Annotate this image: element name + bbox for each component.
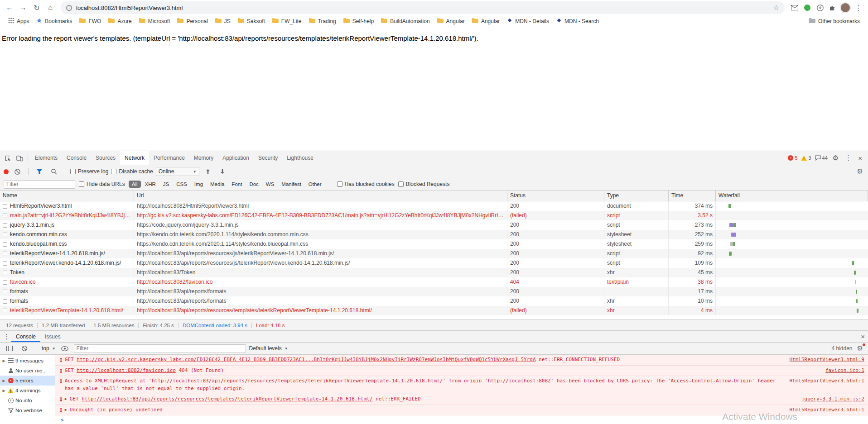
log-levels-select[interactable]: Default levels ▼: [249, 345, 288, 352]
profile-avatar[interactable]: [840, 2, 851, 13]
device-toolbar-icon[interactable]: [14, 152, 25, 164]
bookmark-item-buildautomation[interactable]: BuildAutomation: [377, 17, 433, 26]
checkbox[interactable]: [398, 181, 404, 187]
other-bookmarks-button[interactable]: Other bookmarks: [805, 17, 863, 26]
bookmark-item-trading[interactable]: Trading: [305, 17, 340, 26]
bookmark-item-apps[interactable]: Apps: [5, 16, 33, 26]
console-filter-5-errors[interactable]: ▶×5 errors: [0, 376, 55, 386]
tab-network[interactable]: Network: [120, 151, 149, 165]
bookmark-item-microsoft[interactable]: Microsoft: [135, 17, 174, 26]
source-link[interactable]: Html5ReportViewer3.html:9: [789, 356, 864, 364]
checkbox[interactable]: [79, 181, 84, 187]
bookmark-star-icon[interactable]: ☆: [773, 4, 779, 12]
drawer-tab-console[interactable]: Console: [11, 331, 40, 342]
reload-button[interactable]: ↻: [31, 2, 43, 14]
console-prompt[interactable]: >: [55, 415, 868, 423]
filter-pill-js[interactable]: JS: [160, 181, 172, 188]
message-url-link[interactable]: http://localhost:83/api/reports/resource…: [152, 378, 443, 384]
tab-sources[interactable]: Sources: [91, 151, 120, 165]
network-request-row[interactable]: kendo.blueopal.min.csshttps://kendo.cdn.…: [0, 239, 868, 249]
bookmark-item-js[interactable]: JS: [212, 17, 234, 26]
browser-menu-icon[interactable]: ⋮: [853, 2, 864, 14]
bookmark-item-azure[interactable]: Azure: [105, 17, 135, 26]
home-button[interactable]: ⌂: [44, 2, 56, 14]
drawer-tab-issues[interactable]: Issues: [40, 331, 65, 342]
clear-console-icon[interactable]: [19, 343, 30, 354]
console-filter-no-user-me[interactable]: No user me...: [0, 366, 55, 376]
tab-application[interactable]: Application: [218, 151, 254, 165]
export-har-icon[interactable]: [217, 166, 228, 177]
message-url-link[interactable]: http://localhost:8082/favicon.ico: [77, 367, 176, 373]
checkbox[interactable]: [111, 169, 116, 174]
console-error-message[interactable]: ×GET http://localhost:8082/favicon.ico 4…: [55, 366, 868, 376]
throttling-select[interactable]: Online ▼: [156, 167, 199, 176]
bookmark-item-angular[interactable]: Angular: [434, 17, 468, 26]
console-filter-9-messages[interactable]: ▶9 messages: [0, 356, 55, 366]
column-header-type[interactable]: Type: [604, 191, 669, 201]
filter-pill-doc[interactable]: Doc: [246, 181, 261, 188]
network-request-row[interactable]: Tokenhttp://localhost:83/Token200xhr45 m…: [0, 268, 868, 277]
console-error-badge[interactable]: × 5: [788, 155, 797, 161]
column-header-url[interactable]: Url: [134, 191, 507, 201]
source-link[interactable]: Html5ReportViewer3.html:1: [789, 406, 864, 414]
expand-caret-icon[interactable]: ▶: [65, 408, 67, 412]
filter-pill-media[interactable]: Media: [207, 181, 227, 188]
expand-caret-icon[interactable]: ▶: [65, 397, 67, 401]
filter-pill-ws[interactable]: WS: [263, 181, 278, 188]
network-request-row[interactable]: telerikReportViewer-14.1.20.618.min.js/h…: [0, 249, 868, 258]
filter-pill-xhr[interactable]: XHR: [142, 181, 159, 188]
source-link[interactable]: jquery-3.3.1.min.js:2: [801, 395, 864, 403]
preserve-log-checkbox[interactable]: Preserve log: [70, 168, 108, 175]
filter-pill-manifest[interactable]: Manifest: [278, 181, 304, 188]
console-warning-badge[interactable]: 3: [801, 155, 811, 161]
page-info-icon[interactable]: [66, 5, 72, 11]
drawer-menu-icon[interactable]: ⋮: [2, 333, 11, 341]
source-link[interactable]: favicon.ico:1: [825, 367, 864, 375]
network-filter-input[interactable]: [4, 180, 75, 189]
drawer-close-icon[interactable]: ×: [859, 333, 866, 340]
network-request-row[interactable]: jquery-3.3.1.min.jshttps://code.jquery.c…: [0, 220, 868, 230]
filter-pill-img[interactable]: Img: [191, 181, 206, 188]
bookmark-item-fwo[interactable]: FWO: [76, 17, 105, 26]
message-url-link[interactable]: http://localhost:8082: [488, 378, 551, 384]
message-url-link[interactable]: http://gc.kis.v2.scr.kaspersky-labs.com/…: [77, 357, 535, 362]
bookmark-item-personal[interactable]: Personal: [174, 17, 211, 26]
bookmark-item-mdn-search[interactable]: MDN - Search: [553, 16, 603, 26]
address-bar[interactable]: localhost:8082/Html5ReportViewer3.html ☆: [61, 1, 785, 14]
network-request-row[interactable]: favicon.icohttp://localhost:8082/favicon…: [0, 277, 868, 287]
console-filter-4-warnings[interactable]: ▶4 warnings: [0, 386, 55, 395]
extension-antivirus-icon[interactable]: [802, 2, 813, 13]
network-request-row[interactable]: Html5ReportViewer3.htmlhttp://localhost:…: [0, 201, 868, 211]
hide-data-urls-checkbox[interactable]: Hide data URLs: [79, 181, 125, 187]
column-header-name[interactable]: Name: [0, 191, 134, 201]
console-error-message[interactable]: ×GET http://gc.kis.v2.scr.kaspersky-labs…: [55, 355, 868, 366]
live-expression-eye-icon[interactable]: [59, 343, 71, 354]
blocked-requests-checkbox[interactable]: Blocked Requests: [398, 181, 450, 187]
network-request-row[interactable]: formatshttp://localhost:83/api/reports/f…: [0, 296, 868, 306]
back-button[interactable]: ←: [4, 2, 15, 14]
tab-lighthouse[interactable]: Lighthouse: [282, 151, 318, 165]
tab-elements[interactable]: Elements: [30, 151, 62, 165]
network-request-row[interactable]: telerikReportViewer.kendo-14.1.20.618.mi…: [0, 258, 868, 268]
filter-funnel-icon[interactable]: [34, 166, 45, 177]
has-blocked-cookies-checkbox[interactable]: Has blocked cookies: [337, 181, 395, 187]
console-context-select[interactable]: top ▼: [42, 345, 56, 352]
extension-puzzle-icon[interactable]: [827, 2, 838, 13]
tab-performance[interactable]: Performance: [149, 151, 189, 165]
console-filter-input[interactable]: [74, 344, 246, 353]
network-settings-icon[interactable]: ⚙: [856, 167, 864, 176]
filter-pill-css[interactable]: CSS: [173, 181, 190, 188]
import-har-icon[interactable]: [202, 166, 214, 177]
disable-cache-checkbox[interactable]: Disable cache: [111, 168, 153, 175]
tab-console[interactable]: Console: [62, 151, 91, 165]
bookmark-item-saksoft[interactable]: Saksoft: [234, 17, 269, 26]
console-filter-no-verbose[interactable]: No verbose: [0, 405, 55, 415]
bookmark-item-mdn-details[interactable]: MDN - Details: [503, 16, 553, 26]
console-settings-icon[interactable]: ⚙: [856, 344, 864, 353]
url-text[interactable]: localhost:8082/Html5ReportViewer3.html: [76, 5, 183, 11]
filter-pill-all[interactable]: All: [129, 181, 141, 188]
bookmark-item-angular[interactable]: Angular: [468, 17, 503, 26]
tab-security[interactable]: Security: [254, 151, 282, 165]
tab-memory[interactable]: Memory: [189, 151, 218, 165]
clear-network-log-icon[interactable]: [11, 166, 23, 177]
